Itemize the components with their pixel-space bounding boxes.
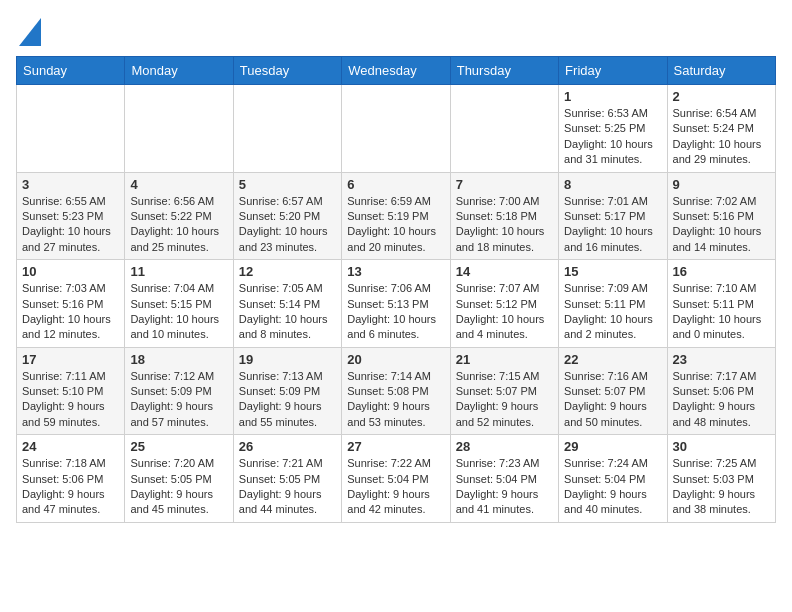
- page-header: [16, 16, 776, 46]
- week-row-3: 10Sunrise: 7:03 AM Sunset: 5:16 PM Dayli…: [17, 260, 776, 348]
- day-number: 16: [673, 264, 770, 279]
- day-info: Sunrise: 7:02 AM Sunset: 5:16 PM Dayligh…: [673, 194, 770, 256]
- day-info: Sunrise: 7:16 AM Sunset: 5:07 PM Dayligh…: [564, 369, 661, 431]
- day-number: 19: [239, 352, 336, 367]
- day-cell: 24Sunrise: 7:18 AM Sunset: 5:06 PM Dayli…: [17, 435, 125, 523]
- day-number: 6: [347, 177, 444, 192]
- day-number: 14: [456, 264, 553, 279]
- logo: [16, 16, 41, 46]
- day-number: 7: [456, 177, 553, 192]
- day-cell: 23Sunrise: 7:17 AM Sunset: 5:06 PM Dayli…: [667, 347, 775, 435]
- day-cell: 1Sunrise: 6:53 AM Sunset: 5:25 PM Daylig…: [559, 85, 667, 173]
- day-cell: 4Sunrise: 6:56 AM Sunset: 5:22 PM Daylig…: [125, 172, 233, 260]
- day-info: Sunrise: 7:12 AM Sunset: 5:09 PM Dayligh…: [130, 369, 227, 431]
- day-cell: [233, 85, 341, 173]
- day-cell: 8Sunrise: 7:01 AM Sunset: 5:17 PM Daylig…: [559, 172, 667, 260]
- day-cell: 30Sunrise: 7:25 AM Sunset: 5:03 PM Dayli…: [667, 435, 775, 523]
- calendar-header-row: SundayMondayTuesdayWednesdayThursdayFrid…: [17, 57, 776, 85]
- svg-marker-0: [19, 18, 41, 46]
- day-number: 21: [456, 352, 553, 367]
- day-info: Sunrise: 7:21 AM Sunset: 5:05 PM Dayligh…: [239, 456, 336, 518]
- day-info: Sunrise: 7:01 AM Sunset: 5:17 PM Dayligh…: [564, 194, 661, 256]
- day-cell: 22Sunrise: 7:16 AM Sunset: 5:07 PM Dayli…: [559, 347, 667, 435]
- day-cell: 5Sunrise: 6:57 AM Sunset: 5:20 PM Daylig…: [233, 172, 341, 260]
- day-number: 29: [564, 439, 661, 454]
- day-info: Sunrise: 7:14 AM Sunset: 5:08 PM Dayligh…: [347, 369, 444, 431]
- day-info: Sunrise: 7:04 AM Sunset: 5:15 PM Dayligh…: [130, 281, 227, 343]
- day-cell: 6Sunrise: 6:59 AM Sunset: 5:19 PM Daylig…: [342, 172, 450, 260]
- day-cell: 21Sunrise: 7:15 AM Sunset: 5:07 PM Dayli…: [450, 347, 558, 435]
- day-cell: 25Sunrise: 7:20 AM Sunset: 5:05 PM Dayli…: [125, 435, 233, 523]
- day-cell: [17, 85, 125, 173]
- header-monday: Monday: [125, 57, 233, 85]
- day-cell: [450, 85, 558, 173]
- day-number: 9: [673, 177, 770, 192]
- header-saturday: Saturday: [667, 57, 775, 85]
- header-thursday: Thursday: [450, 57, 558, 85]
- day-number: 30: [673, 439, 770, 454]
- day-cell: 29Sunrise: 7:24 AM Sunset: 5:04 PM Dayli…: [559, 435, 667, 523]
- day-info: Sunrise: 7:10 AM Sunset: 5:11 PM Dayligh…: [673, 281, 770, 343]
- day-cell: 14Sunrise: 7:07 AM Sunset: 5:12 PM Dayli…: [450, 260, 558, 348]
- day-number: 11: [130, 264, 227, 279]
- day-info: Sunrise: 6:53 AM Sunset: 5:25 PM Dayligh…: [564, 106, 661, 168]
- day-number: 1: [564, 89, 661, 104]
- day-cell: 18Sunrise: 7:12 AM Sunset: 5:09 PM Dayli…: [125, 347, 233, 435]
- week-row-4: 17Sunrise: 7:11 AM Sunset: 5:10 PM Dayli…: [17, 347, 776, 435]
- day-info: Sunrise: 6:57 AM Sunset: 5:20 PM Dayligh…: [239, 194, 336, 256]
- day-info: Sunrise: 6:54 AM Sunset: 5:24 PM Dayligh…: [673, 106, 770, 168]
- day-number: 17: [22, 352, 119, 367]
- week-row-2: 3Sunrise: 6:55 AM Sunset: 5:23 PM Daylig…: [17, 172, 776, 260]
- week-row-1: 1Sunrise: 6:53 AM Sunset: 5:25 PM Daylig…: [17, 85, 776, 173]
- day-cell: 26Sunrise: 7:21 AM Sunset: 5:05 PM Dayli…: [233, 435, 341, 523]
- day-info: Sunrise: 7:23 AM Sunset: 5:04 PM Dayligh…: [456, 456, 553, 518]
- day-cell: 28Sunrise: 7:23 AM Sunset: 5:04 PM Dayli…: [450, 435, 558, 523]
- day-info: Sunrise: 7:03 AM Sunset: 5:16 PM Dayligh…: [22, 281, 119, 343]
- day-cell: 12Sunrise: 7:05 AM Sunset: 5:14 PM Dayli…: [233, 260, 341, 348]
- day-cell: 7Sunrise: 7:00 AM Sunset: 5:18 PM Daylig…: [450, 172, 558, 260]
- day-info: Sunrise: 7:05 AM Sunset: 5:14 PM Dayligh…: [239, 281, 336, 343]
- day-number: 3: [22, 177, 119, 192]
- day-number: 22: [564, 352, 661, 367]
- day-number: 12: [239, 264, 336, 279]
- day-info: Sunrise: 7:22 AM Sunset: 5:04 PM Dayligh…: [347, 456, 444, 518]
- calendar-table: SundayMondayTuesdayWednesdayThursdayFrid…: [16, 56, 776, 523]
- day-cell: 13Sunrise: 7:06 AM Sunset: 5:13 PM Dayli…: [342, 260, 450, 348]
- day-info: Sunrise: 7:07 AM Sunset: 5:12 PM Dayligh…: [456, 281, 553, 343]
- day-number: 10: [22, 264, 119, 279]
- day-number: 26: [239, 439, 336, 454]
- day-number: 28: [456, 439, 553, 454]
- day-cell: [125, 85, 233, 173]
- day-number: 2: [673, 89, 770, 104]
- day-cell: 20Sunrise: 7:14 AM Sunset: 5:08 PM Dayli…: [342, 347, 450, 435]
- header-tuesday: Tuesday: [233, 57, 341, 85]
- day-cell: 2Sunrise: 6:54 AM Sunset: 5:24 PM Daylig…: [667, 85, 775, 173]
- day-number: 8: [564, 177, 661, 192]
- day-number: 4: [130, 177, 227, 192]
- day-number: 13: [347, 264, 444, 279]
- day-cell: 11Sunrise: 7:04 AM Sunset: 5:15 PM Dayli…: [125, 260, 233, 348]
- day-info: Sunrise: 7:00 AM Sunset: 5:18 PM Dayligh…: [456, 194, 553, 256]
- day-cell: 16Sunrise: 7:10 AM Sunset: 5:11 PM Dayli…: [667, 260, 775, 348]
- header-sunday: Sunday: [17, 57, 125, 85]
- day-info: Sunrise: 7:20 AM Sunset: 5:05 PM Dayligh…: [130, 456, 227, 518]
- day-info: Sunrise: 7:17 AM Sunset: 5:06 PM Dayligh…: [673, 369, 770, 431]
- day-number: 18: [130, 352, 227, 367]
- day-info: Sunrise: 7:09 AM Sunset: 5:11 PM Dayligh…: [564, 281, 661, 343]
- day-cell: 19Sunrise: 7:13 AM Sunset: 5:09 PM Dayli…: [233, 347, 341, 435]
- day-number: 23: [673, 352, 770, 367]
- day-number: 24: [22, 439, 119, 454]
- day-info: Sunrise: 6:55 AM Sunset: 5:23 PM Dayligh…: [22, 194, 119, 256]
- day-cell: 17Sunrise: 7:11 AM Sunset: 5:10 PM Dayli…: [17, 347, 125, 435]
- day-info: Sunrise: 7:15 AM Sunset: 5:07 PM Dayligh…: [456, 369, 553, 431]
- day-number: 20: [347, 352, 444, 367]
- day-cell: 9Sunrise: 7:02 AM Sunset: 5:16 PM Daylig…: [667, 172, 775, 260]
- header-friday: Friday: [559, 57, 667, 85]
- day-cell: 15Sunrise: 7:09 AM Sunset: 5:11 PM Dayli…: [559, 260, 667, 348]
- day-info: Sunrise: 7:13 AM Sunset: 5:09 PM Dayligh…: [239, 369, 336, 431]
- day-info: Sunrise: 7:18 AM Sunset: 5:06 PM Dayligh…: [22, 456, 119, 518]
- header-wednesday: Wednesday: [342, 57, 450, 85]
- day-info: Sunrise: 6:59 AM Sunset: 5:19 PM Dayligh…: [347, 194, 444, 256]
- day-info: Sunrise: 7:11 AM Sunset: 5:10 PM Dayligh…: [22, 369, 119, 431]
- logo-icon: [19, 18, 41, 46]
